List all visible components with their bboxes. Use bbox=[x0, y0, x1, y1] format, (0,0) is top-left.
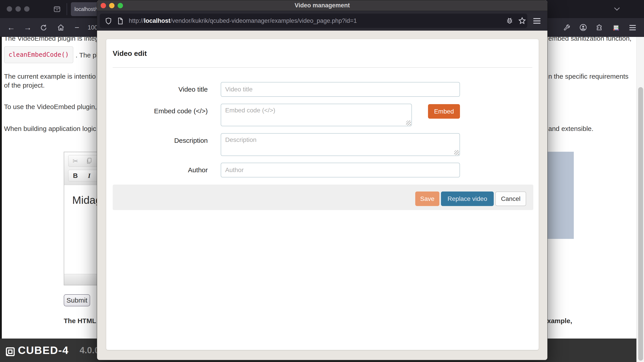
url-text[interactable]: http://localhost/vendor/kukrik/qcubed-vi… bbox=[129, 14, 357, 28]
cancel-button[interactable]: Cancel bbox=[495, 192, 526, 206]
window-zoom-button[interactable] bbox=[24, 6, 30, 12]
form-heading: Video edit bbox=[113, 49, 147, 58]
embed-resize-handle[interactable] bbox=[406, 120, 411, 125]
screen: localhost/v ← → − 100% bbox=[0, 0, 644, 362]
url-prefix: http:// bbox=[129, 17, 144, 24]
author-input[interactable] bbox=[221, 163, 460, 177]
save-button[interactable]: Save bbox=[415, 192, 440, 206]
menu-icon[interactable] bbox=[629, 24, 636, 31]
embed-code-label: Embed code (</>) bbox=[106, 104, 208, 118]
italic-icon[interactable]: I bbox=[82, 172, 96, 179]
popup-title-bar[interactable]: Video management bbox=[97, 0, 548, 11]
paragraph-1-left: The VideoEmbed plugin is integ bbox=[4, 37, 98, 43]
tab-overflow-chevron-icon[interactable] bbox=[613, 6, 621, 12]
description-textarea[interactable] bbox=[221, 133, 460, 156]
colorful-extension-icon[interactable] bbox=[612, 24, 620, 31]
popup-window-title: Video management bbox=[97, 0, 548, 10]
embed-code-textarea[interactable] bbox=[221, 104, 412, 126]
popup-menu-icon[interactable] bbox=[533, 18, 541, 24]
tab-title: localhost/v bbox=[74, 6, 99, 12]
page-scrollbar-thumb[interactable] bbox=[638, 87, 643, 361]
author-label: Author bbox=[106, 163, 208, 177]
window-left-edge bbox=[0, 37, 2, 339]
bold-text-left: The HTML v bbox=[64, 317, 102, 325]
submit-button[interactable]: Submit bbox=[64, 294, 90, 306]
paragraph-2-line2: of the project. bbox=[4, 81, 45, 90]
url-path: /vendor/kukrik/qcubed-videomanager/examp… bbox=[170, 17, 357, 24]
brand-name: CUBED-4 bbox=[18, 339, 69, 362]
paragraph-2-right: n the specific requirements bbox=[548, 72, 628, 81]
paragraph-1-right: embed sanitization function, bbox=[548, 37, 632, 43]
popup-url-toolbar: http://localhost/vendor/kukrik/qcubed-vi… bbox=[97, 11, 548, 31]
bold-icon[interactable]: B bbox=[68, 172, 82, 179]
paragraph-3: To use the VideoEmbed plugin, bbox=[4, 102, 97, 111]
cut-icon[interactable]: ✂ bbox=[68, 157, 82, 165]
zoom-out-button[interactable]: − bbox=[71, 18, 83, 37]
home-icon[interactable] bbox=[57, 23, 65, 31]
brand-logo-icon bbox=[5, 347, 16, 357]
paragraph-1-after-code: . The pl bbox=[76, 51, 98, 60]
window-close-button[interactable] bbox=[7, 6, 12, 12]
code-snippet-box: cleanEmbedCode() bbox=[4, 46, 73, 63]
window-minimize-button[interactable] bbox=[16, 6, 21, 12]
video-title-input[interactable] bbox=[221, 82, 460, 97]
shield-icon[interactable] bbox=[105, 17, 112, 25]
tab-separator bbox=[67, 3, 67, 15]
bold-text-right: xample, bbox=[547, 317, 572, 325]
paragraph-4-right: and extensible. bbox=[548, 124, 594, 133]
form-footer-band: Save Replace video Cancel bbox=[113, 185, 533, 210]
heading-divider bbox=[113, 67, 532, 68]
bug-icon[interactable] bbox=[505, 17, 514, 25]
reload-icon[interactable] bbox=[40, 24, 48, 31]
paragraph-4: When building application logic bbox=[4, 124, 96, 133]
account-icon[interactable] bbox=[579, 23, 587, 31]
paragraph-2-line1: The current example is intentio bbox=[4, 72, 96, 81]
video-edit-card: Video edit Video title Embed code (</>) … bbox=[106, 39, 539, 350]
back-button[interactable]: ← bbox=[5, 18, 18, 37]
url-bar[interactable]: http://localhost/vendor/kukrik/qcubed-vi… bbox=[100, 14, 527, 28]
copy-icon[interactable] bbox=[82, 157, 96, 164]
video-title-label: Video title bbox=[106, 82, 208, 97]
forward-button[interactable]: → bbox=[22, 18, 34, 37]
replace-video-button[interactable]: Replace video bbox=[441, 192, 494, 206]
popup-window: Video management http://localhost/vendor… bbox=[97, 0, 548, 360]
brand-version: 4.0.0 bbox=[80, 339, 100, 362]
star-icon[interactable] bbox=[518, 16, 526, 25]
extensions-icon[interactable] bbox=[596, 24, 603, 31]
wrench-icon[interactable] bbox=[563, 24, 571, 31]
page-icon[interactable] bbox=[116, 17, 124, 25]
description-label: Description bbox=[106, 133, 208, 148]
embed-button[interactable]: Embed bbox=[428, 104, 460, 119]
code-snippet: cleanEmbedCode() bbox=[8, 51, 69, 58]
url-host: localhost bbox=[144, 17, 170, 24]
description-resize-handle[interactable] bbox=[454, 150, 459, 155]
firefox-view-icon[interactable] bbox=[53, 5, 61, 13]
